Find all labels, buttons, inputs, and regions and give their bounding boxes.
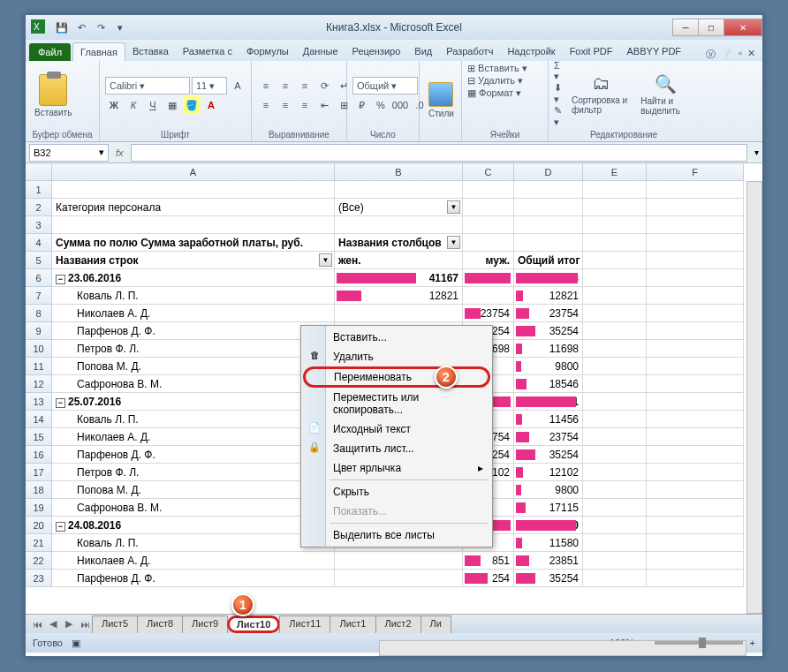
cell[interactable] bbox=[583, 570, 647, 587]
row-header[interactable]: 17 bbox=[26, 464, 52, 481]
cell[interactable] bbox=[583, 340, 647, 358]
row-label[interactable]: Николаев А. Д. bbox=[52, 305, 335, 322]
cell-c[interactable]: 23754 bbox=[463, 305, 514, 322]
row-label[interactable]: Николаев А. Д. bbox=[52, 552, 335, 570]
formula-bar[interactable] bbox=[131, 144, 747, 162]
sheet-tab-Лист9[interactable]: Лист9 bbox=[182, 615, 228, 633]
context-menu-item[interactable]: Скрыть bbox=[303, 482, 490, 502]
cell-c[interactable]: 254 bbox=[463, 570, 514, 587]
sheet-tab-Лист11[interactable]: Лист11 bbox=[279, 615, 330, 633]
row-header[interactable]: 1 bbox=[26, 181, 52, 199]
cell[interactable] bbox=[647, 446, 744, 464]
context-menu-item[interactable]: Переместить или скопировать... bbox=[303, 388, 490, 419]
cell[interactable] bbox=[52, 216, 335, 234]
cell[interactable] bbox=[583, 534, 647, 552]
ribbon-tab-5[interactable]: Рецензиро bbox=[345, 42, 408, 61]
cell[interactable] bbox=[647, 411, 744, 428]
col-header-A[interactable]: A bbox=[52, 163, 335, 181]
cell[interactable] bbox=[463, 234, 514, 252]
row-header[interactable]: 6 bbox=[26, 269, 52, 287]
cell-d[interactable]: 11456 bbox=[514, 411, 583, 428]
cell[interactable] bbox=[583, 287, 647, 305]
cell-c[interactable]: 851 bbox=[463, 552, 514, 570]
cell[interactable] bbox=[583, 252, 647, 269]
row-header[interactable]: 20 bbox=[26, 517, 52, 534]
cell[interactable] bbox=[583, 322, 647, 340]
name-box[interactable]: B32▾ bbox=[29, 144, 109, 162]
redo-icon[interactable]: ↷ bbox=[93, 19, 109, 35]
select-all-cell[interactable] bbox=[26, 163, 52, 181]
row-dropdown-icon[interactable]: ▼ bbox=[319, 253, 332, 267]
row-label[interactable]: Коваль Л. П. bbox=[52, 411, 335, 428]
cell-d[interactable]: 23851 bbox=[514, 552, 583, 570]
styles-button[interactable]: Стили bbox=[425, 80, 458, 120]
row-label[interactable]: Коваль Л. П. bbox=[52, 287, 335, 305]
cell-d[interactable]: 35254 bbox=[514, 322, 583, 340]
cell[interactable] bbox=[583, 428, 647, 446]
col-header-D[interactable]: D bbox=[514, 163, 583, 181]
row-header[interactable]: 11 bbox=[26, 358, 52, 375]
col-header-E[interactable]: E bbox=[583, 163, 647, 181]
zoom-slider[interactable] bbox=[655, 641, 743, 645]
find-select-button[interactable]: 🔍Найти и выделить bbox=[637, 72, 693, 117]
cell[interactable] bbox=[583, 234, 647, 252]
col-dropdown-icon[interactable]: ▼ bbox=[447, 236, 460, 249]
percent-icon[interactable]: % bbox=[372, 96, 390, 114]
cell-d[interactable]: 35254 bbox=[514, 570, 583, 587]
paste-button[interactable]: Вставить bbox=[31, 72, 75, 119]
cell[interactable] bbox=[583, 375, 647, 393]
cells-delete-button[interactable]: ⊟ Удалить ▾ bbox=[467, 75, 523, 87]
align-left-icon[interactable]: ≡ bbox=[257, 96, 275, 114]
cell-b[interactable]: 12821 bbox=[335, 287, 463, 305]
cell[interactable] bbox=[647, 481, 744, 499]
cell[interactable] bbox=[583, 358, 647, 375]
font-name-combo[interactable]: Calibri ▾ bbox=[105, 77, 190, 94]
cell[interactable] bbox=[647, 234, 744, 252]
macro-record-icon[interactable]: ▣ bbox=[72, 638, 80, 649]
ribbon-options-icon[interactable]: ▫ bbox=[739, 48, 742, 61]
autosum-area[interactable]: Σ ▾⬇ ▾✎ ▾ bbox=[554, 60, 564, 128]
cells-format-button[interactable]: ▦ Формат ▾ bbox=[467, 87, 521, 99]
doc-close-icon[interactable]: ✕ bbox=[747, 48, 755, 61]
pivot-col-label[interactable]: Названия столбцов▼ bbox=[335, 234, 463, 252]
row-label[interactable]: Сафронова В. М. bbox=[52, 375, 335, 393]
align-center-icon[interactable]: ≡ bbox=[277, 96, 294, 114]
cell[interactable] bbox=[647, 322, 744, 340]
ribbon-tab-1[interactable]: Вставка bbox=[125, 42, 176, 61]
cell[interactable] bbox=[647, 269, 744, 287]
row-header[interactable]: 2 bbox=[26, 199, 52, 216]
cell[interactable] bbox=[514, 216, 583, 234]
font-size-combo[interactable]: 11 ▾ bbox=[192, 77, 227, 94]
cell-d[interactable]: 23754 bbox=[514, 428, 583, 446]
number-format-combo[interactable]: Общий ▾ bbox=[352, 77, 418, 94]
row-label[interactable]: −23.06.2016 bbox=[52, 269, 335, 287]
cell[interactable] bbox=[583, 481, 647, 499]
row-header[interactable]: 4 bbox=[26, 234, 52, 252]
prev-sheet-icon[interactable]: ◀ bbox=[45, 616, 61, 632]
filter-dropdown-icon[interactable]: ▼ bbox=[447, 200, 460, 214]
cell[interactable] bbox=[583, 411, 647, 428]
row-label[interactable]: Сафронова В. М. bbox=[52, 499, 335, 517]
sheet-tab-Лист5[interactable]: Лист5 bbox=[92, 615, 138, 633]
row-header[interactable]: 15 bbox=[26, 428, 52, 446]
cell[interactable] bbox=[583, 446, 647, 464]
qat-more-icon[interactable]: ▾ bbox=[112, 19, 128, 35]
file-tab[interactable]: Файл bbox=[29, 43, 71, 61]
cell[interactable] bbox=[647, 499, 744, 517]
cell[interactable] bbox=[583, 181, 647, 199]
cell[interactable] bbox=[583, 393, 647, 411]
cell-d[interactable]: 9800 bbox=[514, 481, 583, 499]
context-menu-item[interactable]: Цвет ярлычка▸ bbox=[303, 458, 490, 478]
row-header[interactable]: 10 bbox=[26, 340, 52, 358]
row-label[interactable]: Николаев А. Д. bbox=[52, 428, 335, 446]
row-label[interactable]: Коваль Л. П. bbox=[52, 534, 335, 552]
cell[interactable] bbox=[583, 517, 647, 534]
cell[interactable] bbox=[583, 499, 647, 517]
cell-d[interactable]: 23754 bbox=[514, 305, 583, 322]
pivot-filter-value[interactable]: (Все)▼ bbox=[335, 199, 463, 216]
border-button[interactable]: ▦ bbox=[163, 96, 181, 114]
cell[interactable] bbox=[514, 181, 583, 199]
cells-insert-button[interactable]: ⊞ Вставить ▾ bbox=[467, 63, 527, 74]
row-label[interactable]: Парфенов Д. Ф. bbox=[52, 322, 335, 340]
align-mid-icon[interactable]: ≡ bbox=[277, 77, 294, 94]
